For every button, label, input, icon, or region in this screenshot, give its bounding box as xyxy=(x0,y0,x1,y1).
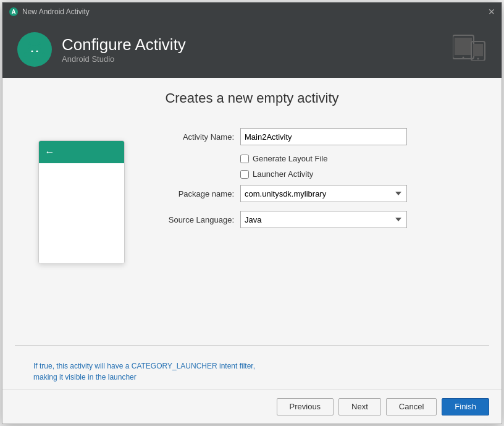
package-name-select[interactable]: com.unitysdk.mylibrary xyxy=(240,185,407,202)
svg-rect-11 xyxy=(42,52,45,57)
back-arrow-icon: ← xyxy=(45,147,55,158)
svg-point-16 xyxy=(463,57,464,59)
phone-preview: ← xyxy=(33,140,129,326)
phone-tablet-icon xyxy=(453,33,487,61)
content-divider xyxy=(15,345,489,346)
svg-rect-9 xyxy=(28,52,41,58)
finish-button[interactable]: Finish xyxy=(442,398,489,415)
phone-mock-body xyxy=(39,163,124,263)
package-name-row: Package name: com.unitysdk.mylibrary xyxy=(154,185,471,202)
title-bar: A New Android Activity ✕ xyxy=(2,2,502,21)
android-logo-icon xyxy=(23,38,46,61)
info-text-content: If true, this activity will have a CATEG… xyxy=(33,362,255,381)
header-titles: Configure Activity Android Studio xyxy=(62,35,186,64)
android-logo xyxy=(17,32,52,67)
activity-name-label: Activity Name: xyxy=(154,132,234,142)
cancel-button[interactable]: Cancel xyxy=(386,398,437,415)
title-bar-title: New Android Activity xyxy=(22,7,90,16)
svg-text:A: A xyxy=(11,9,15,15)
launcher-activity-checkbox[interactable] xyxy=(240,170,249,179)
source-language-label: Source Language: xyxy=(154,215,234,224)
svg-point-19 xyxy=(477,58,479,60)
title-bar-left: A New Android Activity xyxy=(9,7,90,17)
activity-name-input[interactable] xyxy=(240,128,407,145)
main-content: Creates a new empty activity ← Activity … xyxy=(2,78,502,389)
source-language-select[interactable]: Java Kotlin xyxy=(240,211,407,228)
form-area: Activity Name: Generate Layout File Laun… xyxy=(154,128,471,326)
title-section: Creates a new empty activity xyxy=(2,78,502,109)
previous-button[interactable]: Previous xyxy=(277,398,334,415)
activity-name-row: Activity Name: xyxy=(154,128,471,145)
header: Configure Activity Android Studio xyxy=(2,21,502,78)
svg-point-7 xyxy=(29,43,31,45)
package-name-wrapper: com.unitysdk.mylibrary xyxy=(240,185,407,202)
dialog-window: A New Android Activity ✕ xyxy=(2,2,502,424)
android-small-icon: A xyxy=(9,7,19,17)
info-text: If true, this activity will have a CATEG… xyxy=(2,352,502,389)
svg-rect-12 xyxy=(30,58,33,61)
header-title: Configure Activity xyxy=(62,35,186,54)
launcher-activity-row: Launcher Activity xyxy=(240,169,471,179)
svg-point-8 xyxy=(39,43,41,45)
svg-rect-15 xyxy=(455,38,472,55)
svg-rect-18 xyxy=(473,44,483,56)
device-icon xyxy=(453,33,487,66)
header-subtitle: Android Studio xyxy=(62,54,186,64)
phone-mock: ← xyxy=(38,140,125,264)
svg-rect-13 xyxy=(36,58,40,61)
phone-mock-topbar: ← xyxy=(39,141,124,163)
source-language-wrapper: Java Kotlin xyxy=(240,211,407,228)
generate-layout-checkbox[interactable] xyxy=(240,155,249,163)
svg-rect-10 xyxy=(24,52,27,57)
source-language-row: Source Language: Java Kotlin xyxy=(154,211,471,228)
next-button[interactable]: Next xyxy=(338,398,381,415)
header-left: Configure Activity Android Studio xyxy=(17,32,186,67)
footer: Previous Next Cancel Finish xyxy=(2,389,502,424)
close-button[interactable]: ✕ xyxy=(488,7,495,16)
generate-layout-label[interactable]: Generate Layout File xyxy=(253,154,327,163)
launcher-activity-label[interactable]: Launcher Activity xyxy=(253,169,313,179)
generate-layout-row: Generate Layout File xyxy=(240,154,471,163)
package-name-label: Package name: xyxy=(154,189,234,198)
page-title: Creates a new empty activity xyxy=(165,78,338,112)
content-area: ← Activity Name: Generate Layout File xyxy=(2,109,502,339)
